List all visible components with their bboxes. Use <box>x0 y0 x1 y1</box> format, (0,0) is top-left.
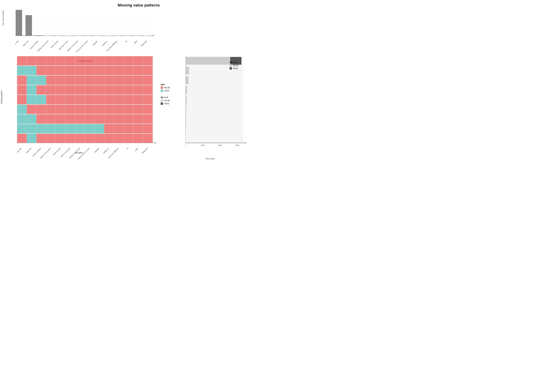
svg-rect-74 <box>27 75 37 85</box>
svg-rect-159 <box>37 134 46 143</box>
svg-rect-81 <box>95 75 104 85</box>
svg-rect-160 <box>46 134 56 143</box>
svg-text:Half.True.Counts: Half.True.Counts <box>58 40 68 51</box>
svg-rect-218 <box>185 67 189 74</box>
svg-rect-17 <box>75 36 81 36</box>
svg-rect-141 <box>133 114 143 124</box>
top-chart-svg: 0 1000 2000 3000 <box>15 8 155 39</box>
svg-rect-53 <box>104 56 114 66</box>
svg-rect-105 <box>56 95 66 104</box>
svg-rect-97 <box>114 85 124 95</box>
right-chart-area: 0 2000 4000 6000 1 2 3 4 5 6 7 8 9 <box>185 56 257 156</box>
legend-vals: vals FALSE TRUE fill == 0 FALSE TRUE <box>161 83 188 105</box>
svg-rect-152 <box>104 124 114 133</box>
svg-rect-140 <box>124 114 133 124</box>
heatmap-area: missing pattern Complete Cases <box>10 56 156 151</box>
svg-marker-196 <box>245 142 246 143</box>
svg-rect-123 <box>95 105 104 114</box>
svg-rect-22 <box>124 36 131 36</box>
svg-rect-107 <box>75 95 85 104</box>
svg-rect-90 <box>46 85 56 95</box>
svg-rect-157 <box>17 134 27 143</box>
svg-text:Subject.s.: Subject.s. <box>103 147 110 154</box>
svg-rect-129 <box>17 114 27 124</box>
svg-rect-48 <box>56 56 66 66</box>
svg-text:False.Counts: False.Counts <box>50 40 58 49</box>
legend-true-label: TRUE <box>164 90 169 92</box>
svg-rect-138 <box>104 114 114 124</box>
right-legend-false-label: FALSE <box>233 65 239 67</box>
svg-rect-91 <box>56 85 66 95</box>
svg-rect-24 <box>144 36 150 36</box>
svg-rect-84 <box>124 75 133 85</box>
svg-rect-156 <box>143 124 153 133</box>
svg-text:Venue.Location: Venue.Location <box>29 40 39 50</box>
svg-text:Statement: Statement <box>140 40 147 47</box>
svg-rect-68 <box>104 66 114 75</box>
svg-text:6000: 6000 <box>235 144 239 146</box>
legend-true-swatch <box>161 89 163 92</box>
svg-text:ID: ID <box>125 40 128 43</box>
svg-rect-161 <box>56 134 66 143</box>
legend-fill-true-swatch <box>161 103 163 105</box>
svg-rect-54 <box>114 56 124 66</box>
legend-false-label: FALSE <box>164 87 170 89</box>
legend-false-swatch <box>161 86 163 89</box>
svg-text:Label: Label <box>133 40 137 44</box>
svg-rect-47 <box>46 56 56 66</box>
svg-rect-70 <box>124 66 133 75</box>
svg-rect-56 <box>133 56 143 66</box>
svg-rect-98 <box>124 85 133 95</box>
svg-rect-216 <box>185 57 230 65</box>
svg-rect-117 <box>37 105 46 114</box>
svg-rect-146 <box>46 124 56 133</box>
svg-rect-61 <box>37 66 46 75</box>
svg-rect-96 <box>104 85 114 95</box>
svg-rect-223 <box>185 115 186 123</box>
right-chart-x-label: row count <box>206 157 215 160</box>
svg-rect-113 <box>133 95 143 104</box>
svg-rect-102 <box>27 95 37 104</box>
svg-rect-94 <box>85 85 95 95</box>
top-bar-chart: num rows missing: 0 1000 2000 3000 <box>10 8 156 46</box>
svg-rect-85 <box>133 75 143 85</box>
svg-rect-119 <box>56 105 66 114</box>
svg-text:Speaker: Speaker <box>92 40 98 46</box>
svg-rect-45 <box>27 56 37 66</box>
svg-rect-219 <box>185 76 189 84</box>
svg-rect-89 <box>37 85 46 95</box>
heatmap-x-labels: Speaker.Job.Title State.Info Venue.Locat… <box>17 147 156 169</box>
svg-rect-124 <box>104 105 114 114</box>
svg-text:Speaker.Job.Title: Speaker.Job.Title <box>15 40 19 51</box>
svg-rect-120 <box>66 105 75 114</box>
svg-rect-147 <box>56 124 66 133</box>
svg-text:Mostly.True.Counts: Mostly.True.Counts <box>67 40 78 52</box>
svg-rect-101 <box>17 95 27 104</box>
legend-fill-false-label: FALSE <box>164 100 170 102</box>
svg-rect-163 <box>75 134 85 143</box>
svg-rect-64 <box>66 66 75 75</box>
svg-rect-170 <box>143 134 153 143</box>
svg-rect-143 <box>17 124 27 133</box>
top-y-axis-label: num rows missing: <box>2 10 4 26</box>
svg-rect-132 <box>46 114 56 124</box>
svg-rect-95 <box>95 85 104 95</box>
svg-rect-135 <box>75 114 85 124</box>
svg-rect-73 <box>17 75 27 85</box>
svg-rect-80 <box>85 75 95 85</box>
svg-rect-16 <box>65 36 71 36</box>
svg-rect-108 <box>85 95 95 104</box>
svg-rect-44 <box>17 56 27 66</box>
svg-rect-127 <box>133 105 143 114</box>
chart-title: Missing value patterns <box>0 0 278 7</box>
svg-text:Label: Label <box>134 147 139 152</box>
svg-rect-87 <box>17 85 27 95</box>
svg-rect-150 <box>85 124 95 133</box>
svg-rect-59 <box>17 66 27 75</box>
svg-rect-134 <box>66 114 75 124</box>
svg-text:Speaker: Speaker <box>94 147 100 153</box>
svg-rect-12 <box>26 15 32 36</box>
heatmap-svg: Complete Cases <box>17 56 156 146</box>
svg-rect-88 <box>27 85 37 95</box>
svg-rect-164 <box>85 134 95 143</box>
